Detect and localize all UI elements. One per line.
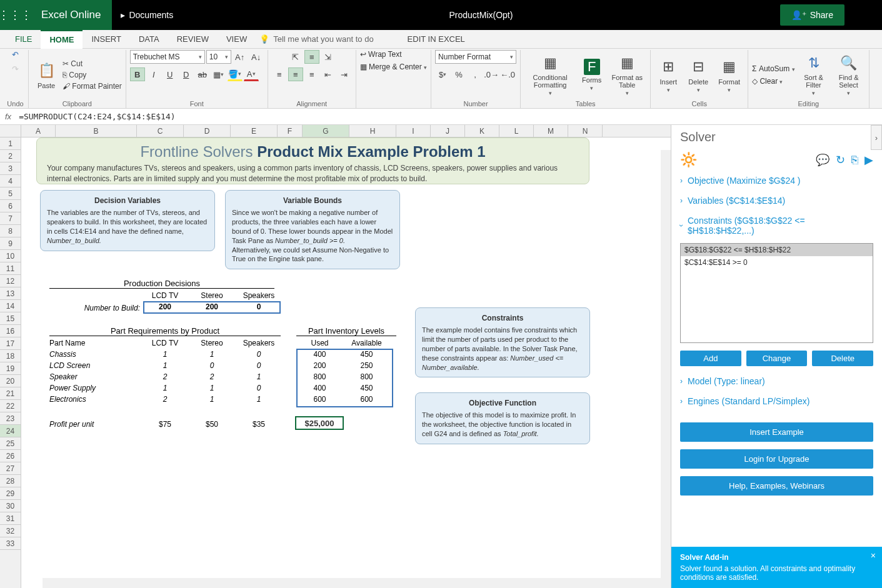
used-val[interactable]: 600	[296, 395, 343, 404]
row-header[interactable]: 17	[0, 337, 21, 350]
autosum-button[interactable]: Σ AutoSum ▾	[752, 64, 794, 73]
row-header[interactable]: 32	[0, 525, 21, 537]
fill-color-button[interactable]: 🪣▾	[228, 67, 243, 81]
tab-review[interactable]: REVIEW	[168, 30, 218, 49]
col-header[interactable]: M	[534, 125, 568, 137]
row-header[interactable]: 10	[0, 250, 21, 262]
breadcrumb[interactable]: ▸ Documents	[112, 10, 182, 20]
avail-val[interactable]: 450	[343, 384, 390, 392]
cut-button[interactable]: ✂ Cut	[63, 59, 122, 68]
login-upgrade-button[interactable]: Login for Upgrade	[680, 449, 873, 469]
solver-constraints[interactable]: ›Constraints ($G$18:$G$22 <= $H$18:$H$22…	[671, 211, 882, 241]
constraint-row[interactable]: $C$14:$E$14 >= 0	[681, 256, 873, 269]
constraint-row[interactable]: $G$18:$G$22 <= $H$18:$H$22	[681, 244, 873, 256]
row-header[interactable]: 12	[0, 275, 21, 287]
req-val[interactable]: 2	[143, 395, 187, 404]
font-select[interactable]: Trebuchet MS▾	[130, 50, 205, 64]
req-val[interactable]: 0	[237, 350, 281, 359]
format-as-table-button[interactable]: ▦Format as Table▾	[608, 52, 646, 97]
col-header[interactable]: C	[137, 125, 184, 137]
row-header[interactable]: 14	[0, 300, 21, 312]
used-val[interactable]: 400	[296, 350, 343, 359]
number-format-select[interactable]: Number Format▾	[435, 50, 516, 64]
row-header[interactable]: 4	[0, 175, 21, 187]
col-header[interactable]: J	[431, 125, 465, 137]
percent-icon[interactable]: %	[451, 67, 466, 81]
sort-filter-button[interactable]: ⇅Sort & Filter▾	[798, 52, 830, 97]
delete-constraint-button[interactable]: Delete	[812, 351, 873, 366]
solver-variables[interactable]: ›Variables ($C$14:$E$14)	[671, 191, 882, 211]
row-header[interactable]: 3	[0, 162, 21, 175]
row-header[interactable]: 16	[0, 325, 21, 337]
row-header[interactable]: 5	[0, 187, 21, 200]
align-top-icon[interactable]: ⇱	[288, 50, 303, 64]
tab-view[interactable]: VIEW	[218, 30, 256, 49]
strike-button[interactable]: ab	[195, 67, 210, 81]
inc-decimal-icon[interactable]: .0→	[484, 67, 499, 81]
val-ntb-speakers[interactable]: 0	[237, 302, 281, 311]
val-ppu-speakers[interactable]: $35	[237, 420, 281, 429]
col-header[interactable]: B	[56, 125, 137, 137]
used-val[interactable]: 400	[296, 384, 343, 392]
add-constraint-button[interactable]: Add	[680, 351, 741, 366]
share-button[interactable]: 👤⁺ Share	[780, 4, 844, 26]
refresh-icon[interactable]: ↻	[836, 153, 845, 167]
row-header[interactable]: 33	[0, 537, 21, 550]
align-bottom-icon[interactable]: ⇲	[321, 50, 336, 64]
row-header[interactable]: 23	[0, 412, 21, 425]
used-val[interactable]: 200	[296, 361, 343, 370]
breadcrumb-item[interactable]: Documents	[129, 10, 173, 20]
vertical-scrollbar[interactable]	[661, 150, 671, 588]
font-color-button[interactable]: A▾	[244, 67, 259, 81]
col-header[interactable]: I	[396, 125, 431, 137]
tab-insert[interactable]: INSERT	[83, 30, 129, 49]
horizontal-scrollbar[interactable]	[43, 578, 661, 588]
edit-in-excel[interactable]: EDIT IN EXCEL	[399, 30, 474, 49]
row-header[interactable]: 22	[0, 400, 21, 412]
clear-button[interactable]: ◇ Clear ▾	[752, 77, 794, 86]
comma-icon[interactable]: ,	[468, 67, 483, 81]
avail-val[interactable]: 800	[343, 372, 390, 381]
row-header[interactable]: 6	[0, 200, 21, 212]
close-icon[interactable]: ×	[871, 551, 876, 561]
italic-button[interactable]: I	[146, 67, 161, 81]
tell-me[interactable]: 💡Tell me what you want to do	[259, 34, 373, 44]
total-profit-cell[interactable]: $25,000	[295, 416, 344, 430]
req-val[interactable]: 1	[237, 395, 281, 404]
val-ntb-stereo[interactable]: 200	[190, 302, 234, 311]
row-header[interactable]: 28	[0, 475, 21, 487]
row-header[interactable]: 21	[0, 387, 21, 400]
format-painter-button[interactable]: 🖌 Format Painter	[63, 82, 122, 91]
req-val[interactable]: 0	[190, 361, 234, 370]
align-left-icon[interactable]: ≡	[272, 67, 287, 81]
row-header[interactable]: 29	[0, 487, 21, 500]
forms-button[interactable]: FForms▾	[578, 52, 605, 97]
indent-inc-icon[interactable]: ⇥	[337, 67, 352, 81]
constraints-list[interactable]: $G$18:$G$22 <= $H$18:$H$22 $C$14:$E$14 >…	[680, 243, 873, 343]
grow-font-icon[interactable]: A↑	[233, 50, 248, 64]
find-select-button[interactable]: 🔍Find & Select▾	[833, 52, 865, 97]
val-ppu-lcdtv[interactable]: $75	[143, 420, 187, 429]
fx-icon[interactable]: fx	[5, 112, 11, 121]
col-header[interactable]: A	[21, 125, 56, 137]
row-header[interactable]: 20	[0, 375, 21, 387]
bold-button[interactable]: B	[130, 67, 145, 81]
copy-button[interactable]: ⎘ Copy	[63, 71, 122, 79]
spreadsheet-grid[interactable]: Frontline Solvers Product Mix Example Pr…	[21, 137, 671, 588]
align-center-icon[interactable]: ≡	[288, 67, 303, 81]
font-size-select[interactable]: 10▾	[206, 50, 231, 64]
help-examples-button[interactable]: Help, Examples, Webinars	[680, 476, 873, 496]
run-icon[interactable]: ▶	[864, 153, 873, 167]
paste-button[interactable]: 📋Paste	[33, 52, 60, 97]
copy-icon[interactable]: ⎘	[851, 154, 858, 167]
delete-cells-button[interactable]: ⊟Delete▾	[684, 52, 712, 97]
shrink-font-icon[interactable]: A↓	[249, 50, 264, 64]
format-cells-button[interactable]: ▦Format▾	[714, 52, 744, 97]
row-header[interactable]: 11	[0, 262, 21, 275]
double-underline-button[interactable]: D	[179, 67, 194, 81]
tab-home[interactable]: HOME	[41, 30, 83, 49]
chat-icon[interactable]: 💬	[816, 153, 829, 167]
row-header[interactable]: 7	[0, 212, 21, 225]
redo-icon[interactable]: ↷	[12, 64, 19, 74]
underline-button[interactable]: U	[163, 67, 178, 81]
